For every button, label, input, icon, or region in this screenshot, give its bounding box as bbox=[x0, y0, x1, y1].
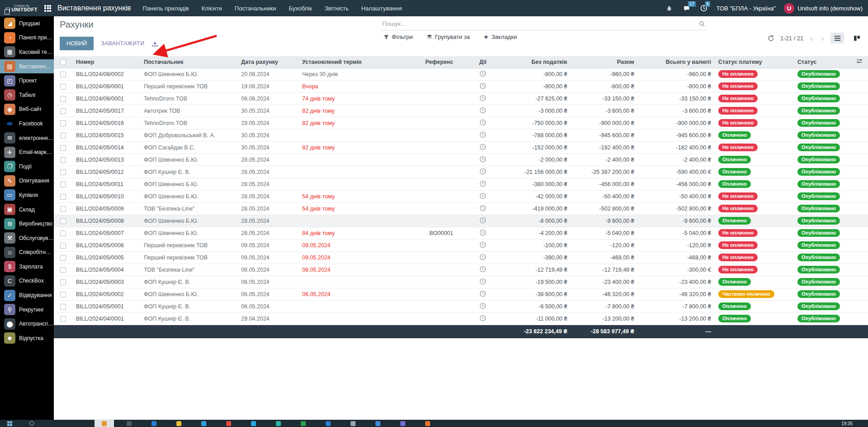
table-row[interactable]: BILL/2024/04/0001 ФОП Кушнір Є. В. 29.04… bbox=[54, 312, 868, 325]
header-bill-date[interactable]: Дата рахунку bbox=[237, 56, 299, 68]
activity-clock-icon[interactable] bbox=[479, 131, 486, 138]
firefox-icon[interactable] bbox=[425, 421, 430, 426]
table-row[interactable]: BILL/2024/05/0003 ФОП Кушнір Є. В. 06.05… bbox=[54, 276, 868, 288]
sidebar-item-surveys[interactable]: ✎ Опитування bbox=[0, 174, 54, 188]
taskbar-search-icon[interactable] bbox=[29, 421, 34, 426]
illustrator-icon[interactable] bbox=[276, 421, 281, 426]
sidebar-item-employees[interactable]: ☺ Співробітники bbox=[0, 245, 54, 260]
sidebar-item-pos[interactable]: ▦ Касовий термін... bbox=[0, 45, 54, 59]
activity-clock-icon[interactable] bbox=[479, 156, 486, 163]
sidebar-item-invoicing[interactable]: ▤ Виставлення ра... bbox=[0, 59, 54, 74]
table-row[interactable]: BILL/2024/05/0007 ФОП Шевченко Б.Ю. 28.0… bbox=[54, 227, 868, 239]
row-checkbox[interactable] bbox=[60, 255, 66, 261]
menu-item-клієнти[interactable]: Клієнти bbox=[202, 5, 222, 12]
table-row[interactable]: BILL/2024/05/0014 ФОП Сагайдак В.С. 30.0… bbox=[54, 141, 868, 154]
activity-clock-icon[interactable] bbox=[479, 302, 486, 309]
row-checkbox[interactable] bbox=[60, 316, 66, 322]
header-number[interactable]: Номер bbox=[72, 56, 140, 68]
activity-clock-icon[interactable] bbox=[479, 278, 486, 285]
pager-prev-icon[interactable]: ‹ bbox=[809, 34, 814, 43]
column-options-sliders-icon[interactable] bbox=[850, 56, 868, 68]
refresh-icon[interactable] bbox=[768, 35, 774, 42]
vscode-icon[interactable] bbox=[375, 421, 380, 426]
select-all-checkbox[interactable] bbox=[60, 59, 66, 65]
row-checkbox[interactable] bbox=[60, 267, 66, 273]
activities-clock-icon[interactable]: 6 bbox=[699, 4, 708, 13]
table-row[interactable]: BILL/2024/05/0009 ТОВ "Безпека-Line" 28.… bbox=[54, 202, 868, 215]
excel-icon[interactable] bbox=[301, 421, 306, 426]
row-checkbox[interactable] bbox=[60, 120, 66, 126]
row-checkbox[interactable] bbox=[60, 96, 66, 102]
row-checkbox[interactable] bbox=[60, 243, 66, 249]
table-row[interactable]: BILL/2024/05/0002 ФОП Шевченко Б.Ю. 06.0… bbox=[54, 288, 868, 300]
table-row[interactable]: BILL/2024/05/0008 ФОП Шевченко Б.Ю. 28.0… bbox=[54, 215, 868, 227]
teams-icon[interactable] bbox=[201, 421, 206, 426]
activity-clock-icon[interactable] bbox=[479, 107, 486, 114]
pinned-work-folder-icon[interactable] bbox=[102, 421, 107, 426]
row-checkbox[interactable] bbox=[60, 169, 66, 175]
table-row[interactable]: BILL/2024/05/0001 ФОП Кушнір Є. В. 06.05… bbox=[54, 300, 868, 312]
activity-clock-icon[interactable] bbox=[479, 82, 486, 89]
table-row[interactable]: BILL/2024/05/0012 ФОП Кушнір Є. В. 28.05… bbox=[54, 166, 868, 178]
sidebar-item-email-marketing[interactable]: ✈ Email-маркетинг bbox=[0, 145, 54, 159]
activity-clock-icon[interactable] bbox=[479, 290, 486, 297]
user-menu[interactable]: U Unitsoft info (demoshow) bbox=[784, 3, 863, 14]
header-total-currency[interactable]: Всього у валюті bbox=[638, 56, 715, 68]
pager-next-icon[interactable]: › bbox=[820, 34, 825, 43]
activity-clock-icon[interactable] bbox=[479, 192, 486, 199]
sidebar-item-payroll[interactable]: $ Зарплата bbox=[0, 259, 54, 274]
activity-clock-icon[interactable] bbox=[479, 266, 486, 273]
row-checkbox[interactable] bbox=[60, 84, 66, 90]
row-checkbox[interactable] bbox=[60, 194, 66, 200]
activity-clock-icon[interactable] bbox=[479, 315, 486, 321]
header-reference[interactable]: Референс bbox=[391, 56, 457, 68]
activity-clock-icon[interactable] bbox=[479, 119, 486, 126]
sidebar-item-timesheets[interactable]: ◷ Табелі bbox=[0, 88, 54, 102]
table-row[interactable]: BILL/2024/05/0006 Перший перевізник ТОВ … bbox=[54, 239, 868, 251]
sidebar-item-checkbox[interactable]: C CheckBox bbox=[0, 274, 54, 288]
menu-item-панель-приладів[interactable]: Панель приладів bbox=[143, 5, 189, 12]
row-checkbox[interactable] bbox=[60, 133, 66, 139]
sidebar-item-maintenance[interactable]: ⚒ Обслуговування bbox=[0, 231, 54, 245]
row-checkbox[interactable] bbox=[60, 304, 66, 310]
activity-clock-icon[interactable] bbox=[479, 205, 486, 211]
table-row[interactable]: BILL/2024/06/0001 TehnoDrons ТОВ 06.06.2… bbox=[54, 92, 868, 105]
table-row[interactable]: BILL/2024/05/0013 ФОП Шевченко Б.Ю. 28.0… bbox=[54, 154, 868, 166]
download-icon[interactable] bbox=[152, 40, 158, 47]
upload-button[interactable]: ЗАВАНТАЖИТИ bbox=[101, 40, 144, 47]
activity-clock-icon[interactable] bbox=[479, 95, 486, 101]
header-due-date[interactable]: Установлений термін bbox=[299, 56, 391, 68]
messages-icon[interactable]: 17 bbox=[682, 4, 691, 13]
menu-item-звітність[interactable]: Звітність bbox=[325, 5, 349, 12]
activity-clock-icon[interactable] bbox=[479, 70, 486, 77]
current-app-name[interactable]: Виставлення рахунків bbox=[57, 4, 131, 12]
row-checkbox[interactable] bbox=[60, 218, 66, 224]
sidebar-item-recruitment[interactable]: ⚲ Рекрутинг bbox=[0, 302, 54, 317]
activity-clock-icon[interactable] bbox=[479, 144, 486, 150]
activity-clock-icon[interactable] bbox=[479, 241, 486, 248]
activity-clock-icon[interactable] bbox=[479, 217, 486, 224]
menu-item-налаштування[interactable]: Налаштування bbox=[361, 5, 402, 12]
header-vendor[interactable]: Постачальник bbox=[140, 56, 237, 68]
photoshop-icon[interactable] bbox=[251, 421, 256, 426]
chrome-icon[interactable] bbox=[226, 421, 231, 426]
sidebar-item-website[interactable]: ◉ Веб-сайт bbox=[0, 102, 54, 117]
activity-clock-icon[interactable] bbox=[479, 254, 486, 260]
row-checkbox[interactable] bbox=[60, 157, 66, 163]
filters-button[interactable]: Фільтри bbox=[384, 34, 413, 40]
sidebar-item-events[interactable]: ❐ Події bbox=[0, 159, 54, 174]
sidebar-item-attendance[interactable]: ✓ Відвідування bbox=[0, 288, 54, 302]
menu-item-бухоблік[interactable]: Бухоблік bbox=[289, 5, 312, 12]
header-activities[interactable]: Дії bbox=[457, 56, 509, 68]
table-row[interactable]: BILL/2024/05/0017 Автотрек ТОВ 30.05.202… bbox=[54, 105, 868, 117]
row-checkbox[interactable] bbox=[60, 182, 66, 187]
header-total[interactable]: Разом bbox=[571, 56, 638, 68]
favorites-button[interactable]: ★ Закладки bbox=[484, 34, 517, 40]
table-row[interactable]: BILL/2024/08/0002 ФОП Шевченко Б.Ю. 20.0… bbox=[54, 68, 868, 80]
header-payment-status[interactable]: Статус платежу bbox=[715, 56, 794, 68]
sidebar-item-project[interactable]: ◰ Проект bbox=[0, 73, 54, 88]
row-checkbox[interactable] bbox=[60, 230, 66, 236]
teams-purple-icon[interactable] bbox=[400, 421, 405, 426]
sidebar-item-purchase[interactable]: ▭ Купівля bbox=[0, 188, 54, 202]
activity-clock-icon[interactable] bbox=[479, 180, 486, 187]
